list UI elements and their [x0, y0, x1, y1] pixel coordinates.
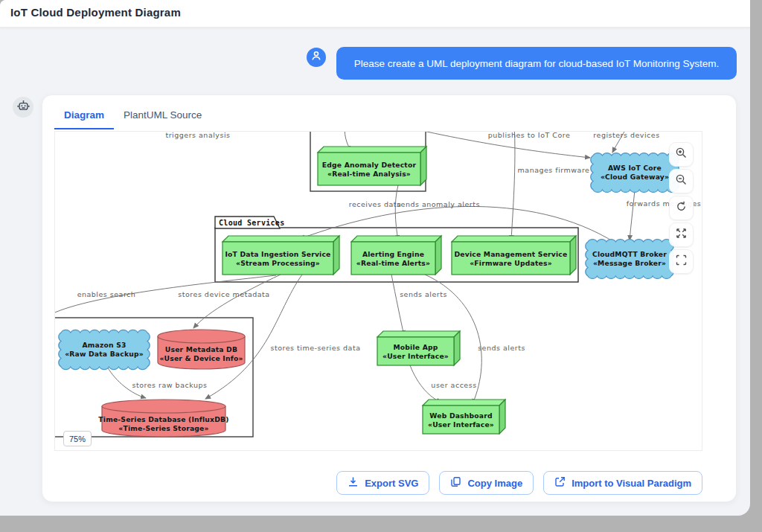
node-label: «Message Broker»	[593, 259, 666, 267]
edge-label: publishes to IoT Core	[488, 132, 571, 139]
edge-label: stores time-series data	[271, 344, 361, 352]
action-button-row: Export SVGCopy ImageImport to Visual Par…	[336, 471, 702, 495]
node-label: «User Interface»	[428, 420, 494, 429]
node-web-dashboard: Web Dashboard«User Interface»	[423, 400, 505, 434]
app-header: IoT Cloud Deployment Diagram	[0, 0, 750, 28]
node-label: Alerting Engine	[362, 250, 424, 258]
zoom-out-button[interactable]	[669, 169, 694, 193]
tab-plantuml-source[interactable]: PlantUML Source	[114, 103, 211, 129]
zoom-out-icon	[675, 173, 688, 189]
external-link-icon	[554, 476, 566, 490]
copy-image-button[interactable]: Copy Image	[439, 471, 534, 495]
node-edge-anomaly-detector: Edge Anomaly Detector«Real-time Analysis…	[318, 147, 426, 185]
copy-icon	[450, 476, 461, 490]
sends-alerts-mobile-edge	[391, 275, 404, 336]
edge-label: sends alerts	[400, 290, 447, 298]
node-iot-data-ingestion-service: IoT Data Ingestion Service«Stream Proces…	[222, 236, 339, 275]
edge-label: sends anomaly alerts	[397, 200, 480, 208]
node-label: AWS IoT Core	[608, 164, 662, 172]
edge-label: triggers analysis	[165, 132, 230, 139]
node-label: User Metadata DB	[165, 345, 237, 353]
export-svg-button[interactable]: Export SVG	[336, 471, 429, 495]
node-alerting-engine: Alerting Engine«Real-time Alerts»	[351, 236, 441, 275]
expand-icon	[675, 227, 688, 243]
user-avatar	[307, 48, 326, 67]
node-label: Mobile App	[393, 343, 438, 351]
edge-label: sends alerts	[478, 344, 525, 352]
node-cloudmqtt-broker: CloudMQTT Broker«Message Broker»	[586, 240, 673, 279]
app-window: IoT Cloud Deployment Diagram Please crea…	[0, 0, 750, 516]
diagram-viewport[interactable]: Cloud ServicesEdge Anomaly Detector«Real…	[54, 131, 702, 451]
import-to-visual-paradigm-button[interactable]: Import to Visual Paradigm	[543, 471, 702, 495]
edge-label: user access	[431, 381, 476, 389]
edge-label: manages firmware	[518, 166, 590, 174]
page: { "window": { "title": "IoT Cloud Deploy…	[0, 0, 762, 532]
fit-screen-icon	[675, 254, 688, 269]
edge-label: receives data	[349, 200, 402, 208]
reset-view-icon	[675, 200, 688, 216]
edge-label: registers devices	[593, 132, 659, 139]
user-icon	[310, 50, 322, 65]
node-label: Web Dashboard	[429, 411, 492, 420]
node-label: «User Interface»	[382, 352, 449, 360]
tab-diagram[interactable]: Diagram	[54, 103, 114, 129]
response-card: DiagramPlantUML Source Cloud ServicesEdg…	[42, 94, 737, 502]
user-chat-bubble: Please create a UML deployment diagram f…	[336, 47, 737, 80]
node-label: «User & Device Info»	[159, 354, 243, 362]
forwards-messages-edge	[630, 190, 635, 240]
node-label: Amazon S3	[82, 341, 126, 349]
edge-label: enables search	[77, 290, 136, 298]
node-mobile-app: Mobile App«User Interface»	[377, 331, 460, 365]
download-icon	[348, 476, 359, 490]
tab-bar: DiagramPlantUML Source	[54, 103, 211, 129]
zoom-level-badge: 75%	[63, 431, 92, 446]
node-label: «Time-Series Storage»	[118, 424, 208, 432]
node-amazon-s3: Amazon S3«Raw Data Backup»	[59, 330, 150, 369]
fit-screen-button[interactable]	[669, 249, 694, 274]
node-label: «Real-time Analysis»	[327, 170, 411, 178]
zoom-in-button[interactable]	[669, 142, 694, 167]
edge-label: stores device metadata	[178, 290, 269, 298]
reset-view-button[interactable]	[669, 196, 694, 220]
node-label: Time-Series Database (InfluxDB)	[98, 415, 228, 423]
robot-icon	[17, 100, 30, 115]
node-label: Device Management Service	[455, 250, 568, 258]
node-label: IoT Data Ingestion Service	[225, 250, 330, 258]
uml-diagram-canvas[interactable]: Cloud ServicesEdge Anomaly Detector«Real…	[55, 132, 702, 451]
node-device-management-service: Device Management Service«Firmware Updat…	[452, 236, 576, 275]
page-title: IoT Cloud Deployment Diagram	[10, 6, 181, 19]
node-label: CloudMQTT Broker	[592, 250, 667, 258]
package-label: Cloud Services	[219, 219, 285, 227]
node-user-metadata-db: User Metadata DB«User & Device Info»	[158, 330, 245, 369]
edge-label: stores raw backups	[132, 381, 208, 389]
bot-avatar	[13, 97, 33, 118]
expand-button[interactable]	[669, 222, 694, 247]
node-label: «Stream Processing»	[236, 259, 320, 267]
node-label: «Raw Data Backup»	[65, 350, 144, 358]
node-time-series-db: Time-Series Database (InfluxDB)«Time-Ser…	[98, 400, 228, 437]
node-label: «Cloud Gateway»	[601, 173, 669, 181]
zoom-in-icon	[675, 147, 688, 162]
node-label: «Real-time Alerts»	[356, 259, 430, 267]
zoom-controls	[669, 142, 694, 274]
node-aws-iot-core: AWS IoT Core«Cloud Gateway»	[591, 153, 679, 193]
node-label: Edge Anomaly Detector	[322, 161, 417, 169]
node-label: «Firmware Updates»	[470, 259, 552, 267]
